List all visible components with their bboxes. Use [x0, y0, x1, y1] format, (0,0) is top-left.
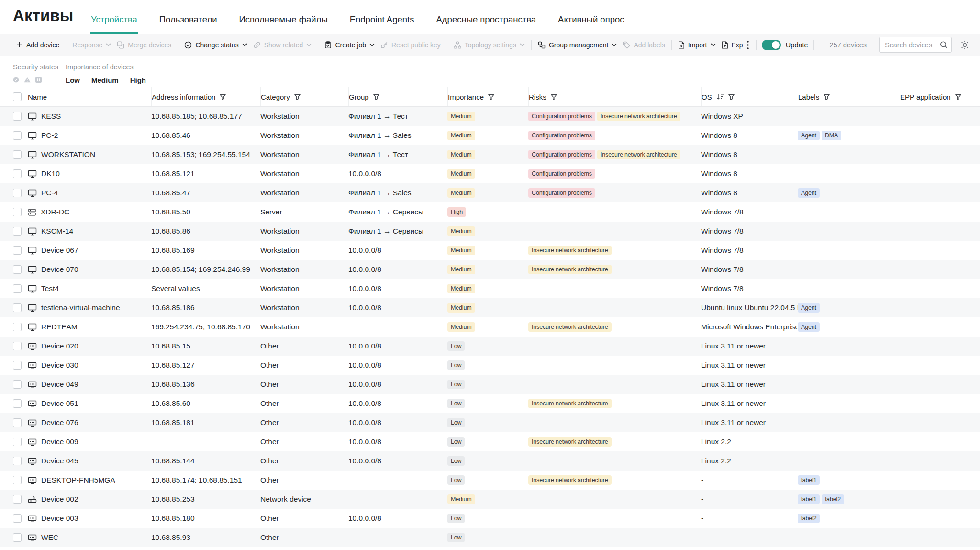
table-row[interactable]: Device 009Other10.0.0.0/8LowInsecure net… [0, 432, 980, 451]
toolbar-actions: Add deviceResponseMerge devicesChange st… [13, 38, 743, 52]
device-address: 10.68.85.186 [151, 298, 260, 317]
table-row[interactable]: DK1010.68.85.121Workstation10.0.0.0/8Med… [0, 164, 980, 183]
row-checkbox[interactable] [13, 246, 22, 255]
row-checkbox[interactable] [13, 284, 22, 293]
table-row[interactable]: PC-410.68.85.47WorkstationФилиал 1 → Sal… [0, 183, 980, 202]
row-checkbox-cell [0, 432, 28, 451]
filter-icon[interactable] [728, 94, 735, 100]
importance-cell: Medium [447, 298, 528, 317]
table-row[interactable]: KSCM-1410.68.85.86WorkstationФилиал 1 → … [0, 222, 980, 241]
epp-application-cell [900, 413, 980, 432]
row-checkbox[interactable] [13, 208, 22, 216]
filter-icon[interactable] [220, 94, 226, 100]
table-row[interactable]: Device 07010.68.85.154; 169.254.246.99Wo… [0, 260, 980, 279]
update-toggle[interactable] [762, 40, 781, 50]
filter-icon[interactable] [488, 94, 494, 100]
importance-cell: Low [447, 471, 528, 490]
table-row[interactable]: Device 05110.68.85.60Other10.0.0.0/8LowI… [0, 394, 980, 413]
device-name-wrap: Device 020 [28, 342, 78, 350]
importance-values: LowMediumHigh [66, 76, 146, 84]
table-row[interactable]: PC-210.68.85.46WorkstationФилиал 1 → Sal… [0, 126, 980, 145]
table-row[interactable]: DESKTOP-FNH5MGA10.68.85.174; 10.68.85.15… [0, 471, 980, 490]
table-row[interactable]: Device 07610.68.85.181Other10.0.0.0/8Low… [0, 413, 980, 432]
row-checkbox[interactable] [13, 303, 22, 312]
device-address: 169.254.234.75; 10.68.85.170 [151, 317, 260, 337]
table-row[interactable]: Device 03010.68.85.127Other10.0.0.0/8Low… [0, 356, 980, 375]
chevron-down-icon [306, 43, 312, 46]
table-row[interactable]: Test4Several valuesWorkstation10.0.0.0/8… [0, 279, 980, 298]
risks-cell [528, 279, 701, 298]
device-address: 10.68.85.46 [151, 126, 260, 145]
row-checkbox[interactable] [13, 189, 22, 197]
row-checkbox[interactable] [13, 265, 22, 274]
column-header-epp-application: EPP application [900, 87, 980, 106]
select-all-checkbox[interactable] [13, 92, 22, 101]
table-row[interactable]: XDR-DC10.68.85.50ServerФилиал 1 → Сервис… [0, 202, 980, 222]
tab-executable-files[interactable]: Исполняемые файлы [238, 14, 329, 34]
row-checkbox[interactable] [13, 361, 22, 370]
row-checkbox[interactable] [13, 380, 22, 389]
row-checkbox-cell [0, 202, 28, 222]
table-row[interactable]: KESS10.68.85.185; 10.68.85.177Workstatio… [0, 107, 980, 126]
filter-icon[interactable] [373, 94, 379, 100]
table-row[interactable]: Device 00310.68.85.180Other10.0.0.0/8Low… [0, 509, 980, 528]
row-checkbox[interactable] [13, 476, 22, 484]
table-row[interactable]: WORKSTATION10.68.85.153; 169.254.55.154W… [0, 145, 980, 164]
row-checkbox[interactable] [13, 323, 22, 331]
import-button[interactable]: Import [675, 38, 719, 52]
row-checkbox[interactable] [13, 342, 22, 350]
create-job-button[interactable]: Create job [322, 38, 378, 52]
group-management-button[interactable]: Group management [535, 38, 620, 52]
column-header-label: OS [702, 93, 712, 101]
filter-icon[interactable] [955, 94, 961, 100]
tab-users[interactable]: Пользователи [158, 14, 218, 34]
importance-badge: Low [447, 533, 465, 542]
more-actions-button[interactable] [743, 39, 753, 51]
column-header-label: Labels [798, 93, 819, 101]
row-checkbox[interactable] [13, 438, 22, 446]
sort-icon[interactable] [716, 94, 724, 100]
table-row[interactable]: testlena-virtual-machine10.68.85.186Work… [0, 298, 980, 317]
row-checkbox[interactable] [13, 418, 22, 427]
table-row[interactable]: Device 06710.68.85.169Workstation10.0.0.… [0, 241, 980, 260]
row-checkbox[interactable] [13, 514, 22, 523]
tab-devices[interactable]: Устройства [90, 14, 138, 34]
table-settings-button[interactable] [958, 38, 971, 52]
search-icon[interactable] [940, 41, 948, 49]
row-checkbox[interactable] [13, 457, 22, 465]
table-row[interactable]: Device 04510.68.85.144Other10.0.0.0/8Low… [0, 451, 980, 471]
device-name-wrap: Device 009 [28, 438, 78, 446]
export-button[interactable]: Export [719, 38, 743, 52]
row-checkbox[interactable] [13, 169, 22, 178]
label-badges: Agent [798, 188, 820, 198]
row-checkbox[interactable] [13, 227, 22, 236]
tab-endpoint-agents[interactable]: Endpoint Agents [349, 14, 415, 34]
row-checkbox[interactable] [13, 533, 22, 542]
row-checkbox[interactable] [13, 495, 22, 504]
table-row[interactable]: WEC10.68.85.93OtherLow [0, 528, 980, 547]
filter-icon[interactable] [294, 94, 301, 100]
table-row[interactable]: Device 04910.68.85.136Other10.0.0.0/8Low… [0, 375, 980, 394]
table-row[interactable]: Device 00210.68.85.253Network deviceMedi… [0, 490, 980, 509]
filter-icon[interactable] [824, 94, 830, 100]
labels-cell [798, 356, 900, 375]
column-header-name: Name [28, 87, 151, 106]
table-row[interactable]: Device 02010.68.85.15Other10.0.0.0/8LowL… [0, 337, 980, 356]
tab-address-spaces[interactable]: Адресные пространства [435, 14, 537, 34]
table-row[interactable]: REDTEAM169.254.234.75; 10.68.85.170Works… [0, 317, 980, 337]
change-status-button[interactable]: Change status [181, 38, 250, 52]
column-header-labels: Labels [798, 87, 900, 106]
device-name-wrap: Device 003 [28, 514, 78, 523]
device-label-badge: Agent [798, 131, 820, 140]
row-checkbox[interactable] [13, 131, 22, 140]
row-checkbox[interactable] [13, 399, 22, 408]
row-checkbox[interactable] [13, 112, 22, 121]
tab-active-polling[interactable]: Активный опрос [557, 14, 625, 34]
add-device-button[interactable]: Add device [13, 38, 62, 52]
row-checkbox[interactable] [13, 150, 22, 159]
filter-icon[interactable] [551, 94, 557, 100]
risk-badges: Insecure network architecture [528, 399, 612, 408]
risks-cell: Insecure network architecture [528, 394, 701, 413]
epp-application-cell [900, 394, 980, 413]
security-states-label: Security states [13, 63, 66, 71]
